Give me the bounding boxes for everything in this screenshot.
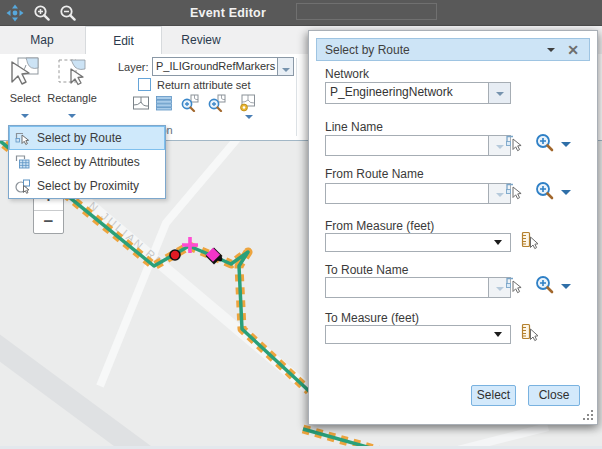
attribute-table-icon[interactable] [155, 94, 173, 112]
panel-header[interactable]: Select by Route ✕ [316, 38, 590, 61]
to-route-zoom-caret-icon[interactable] [561, 284, 571, 289]
menu-item-select-by-attributes[interactable]: Select by Attributes [9, 150, 165, 174]
titlebar: Event Editor [0, 0, 602, 26]
road-bottom [438, 427, 548, 449]
line-name-zoom-caret-icon[interactable] [561, 142, 571, 147]
to-route-select-on-map-icon[interactable] [505, 276, 525, 296]
layer-dropdown[interactable]: P_ILIGroundRefMarkers [152, 57, 278, 76]
network-dropdown-button[interactable] [489, 82, 511, 104]
attributes-select-icon [15, 154, 31, 170]
chevron-down-icon [496, 287, 504, 291]
tab-review[interactable]: Review [170, 26, 232, 54]
to-route-zoom-icon[interactable] [535, 275, 555, 295]
to-measure-combo[interactable] [325, 325, 511, 344]
from-route-dropdown[interactable] [325, 183, 489, 204]
rectangle-tool-icon [57, 56, 87, 86]
chevron-down-icon [496, 193, 504, 197]
network-dropdown[interactable]: P_EngineeringNetwork [325, 82, 489, 104]
return-attribute-checkbox[interactable] [138, 78, 151, 91]
to-measure-label: To Measure (feet) [325, 311, 419, 325]
from-measure-label: From Measure (feet) [325, 219, 434, 233]
chevron-down-icon [496, 92, 504, 96]
line-name-label: Line Name [325, 120, 383, 134]
select-button[interactable]: Select [471, 385, 516, 406]
tab-edit[interactable]: Edit [85, 26, 162, 54]
chevron-down-icon [496, 145, 504, 149]
map-zoom-out-button[interactable]: − [34, 210, 63, 234]
to-measure-pick-icon[interactable] [521, 323, 541, 343]
to-measure-caret-icon[interactable] [494, 332, 502, 337]
select-by-route-panel: Select by Route ✕ Network P_EngineeringN… [308, 30, 598, 425]
select-tool-icon [10, 56, 40, 86]
from-route-label: From Route Name [325, 167, 424, 181]
menu-item-label: Select by Attributes [37, 155, 140, 169]
from-measure-combo[interactable] [325, 233, 511, 252]
route-select-icon [15, 130, 31, 146]
layer-dropdown-button[interactable] [278, 57, 294, 76]
select-tool-button[interactable]: Select [4, 56, 46, 122]
from-route-select-on-map-icon[interactable] [505, 182, 525, 202]
marker-red-circle [170, 250, 180, 260]
rectangle-tool-caret-icon[interactable] [68, 114, 76, 118]
selection-options-icon[interactable] [238, 94, 256, 112]
menu-item-select-by-proximity[interactable]: Select by Proximity [9, 174, 165, 198]
menu-item-label: Select by Route [37, 131, 122, 145]
from-measure-caret-icon[interactable] [494, 240, 502, 245]
window-title: Event Editor [190, 6, 266, 20]
from-measure-pick-icon[interactable] [521, 231, 541, 251]
zoom-out-icon[interactable] [59, 4, 77, 22]
marker-dot [218, 257, 223, 262]
titlebar-inset-box [296, 3, 437, 20]
panel-collapse-caret-icon[interactable] [547, 48, 555, 52]
from-route-zoom-caret-icon[interactable] [561, 190, 571, 195]
zoom-to-next-selection-icon[interactable] [208, 94, 226, 112]
ribbon-group-divider [296, 58, 297, 136]
to-route-dropdown[interactable] [325, 277, 489, 298]
panel-resize-grip[interactable] [583, 410, 593, 420]
line-name-select-on-map-icon[interactable] [505, 134, 525, 154]
select-features-icon[interactable] [132, 94, 150, 112]
proximity-select-icon [15, 178, 31, 194]
rectangle-tool-label: Rectangle [47, 92, 97, 104]
to-route-label: To Route Name [325, 263, 408, 277]
rectangle-tool-button[interactable]: Rectangle [47, 56, 97, 122]
zoom-to-selection-icon[interactable] [181, 94, 199, 112]
panel-title: Select by Route [325, 43, 410, 57]
selection-options-caret-icon[interactable] [245, 115, 253, 119]
chevron-down-icon [282, 68, 290, 72]
select-tool-label: Select [4, 92, 46, 104]
menu-item-select-by-route[interactable]: Select by Route [9, 126, 165, 150]
return-attribute-label: Return attribute set [157, 79, 251, 91]
line-name-zoom-icon[interactable] [535, 133, 555, 153]
close-button[interactable]: Close [528, 385, 580, 406]
select-dropdown-menu: Select by Route Select by Attributes Sel… [8, 125, 166, 199]
select-tool-caret-icon[interactable] [21, 114, 29, 118]
pan-icon[interactable] [6, 4, 24, 22]
line-name-dropdown[interactable] [325, 135, 489, 156]
layer-label: Layer: [118, 61, 149, 73]
from-route-zoom-icon[interactable] [535, 181, 555, 201]
menu-item-label: Select by Proximity [37, 179, 139, 193]
event-editor-window: N JULIAN RD + − [0, 0, 602, 449]
road-wide [0, 337, 150, 449]
road-label: N JULIAN RD [87, 199, 168, 269]
zoom-in-icon[interactable] [33, 4, 51, 22]
tab-map[interactable]: Map [16, 26, 68, 54]
panel-close-icon[interactable]: ✕ [567, 42, 579, 58]
network-label: Network [325, 67, 369, 81]
